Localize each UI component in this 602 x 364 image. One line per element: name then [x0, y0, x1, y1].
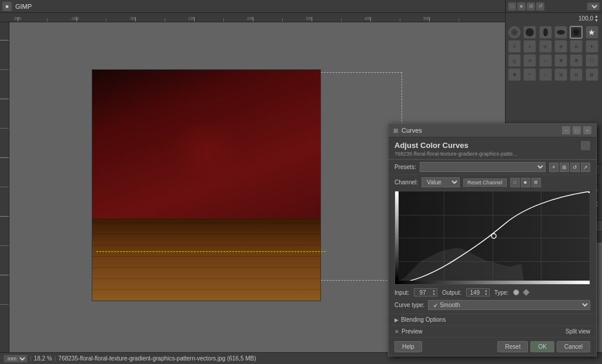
ruler-left: [0, 22, 9, 352]
zoom-display: 18,2 %: [34, 355, 52, 362]
type-dot-filled[interactable]: [513, 289, 519, 295]
curves-footer: Help Reset OK Cancel: [389, 337, 596, 356]
svg-point-1: [491, 234, 496, 238]
brush-tool-1[interactable]: □: [508, 2, 516, 11]
brush-item[interactable]: ⬡: [586, 54, 598, 67]
curves-header: Adjust Color Curves 768235-floral-floral…: [389, 137, 596, 160]
brush-item[interactable]: ⟐: [539, 54, 552, 67]
brush-item[interactable]: ⊕: [554, 40, 567, 53]
brush-item[interactable]: ⊞: [554, 68, 567, 81]
brush-tool-2[interactable]: ■: [517, 2, 526, 11]
input-down-arrow[interactable]: ▼: [432, 292, 436, 296]
curve-type-select[interactable]: ↙ Smooth: [428, 300, 590, 310]
curves-channel-row: Channel: Value Reset Channel □ ■ ⊞: [389, 175, 596, 190]
brush-tool-3[interactable]: ⊞: [527, 2, 535, 11]
input-field[interactable]: [414, 289, 431, 296]
preset-save-btn[interactable]: ↗: [581, 163, 590, 172]
curve-type-label: Curve type:: [394, 302, 424, 308]
ch-btn-3[interactable]: ⊞: [531, 178, 541, 187]
type-label: Type:: [494, 289, 509, 296]
reset-button[interactable]: Reset: [497, 341, 528, 352]
svg-point-2: [588, 191, 590, 193]
preset-del-btn[interactable]: ↺: [570, 163, 580, 172]
blend-options-label[interactable]: Blending Options: [401, 316, 446, 323]
output-label: Output:: [442, 289, 461, 296]
presets-select[interactable]: [420, 162, 546, 172]
help-button[interactable]: Help: [394, 341, 422, 352]
main-canvas: [92, 69, 321, 301]
output-field[interactable]: [467, 289, 483, 296]
brush-grid: ★ ⠿ ≡ ⊛ ⊕ ⊗ ✦ ||| ≋ ⟐ ❋ ✤ ⬡ ✺ ⟣ ⟤ ⊞ ⊟ ⊠: [506, 23, 602, 83]
curves-main-title: Adjust Color Curves: [394, 141, 517, 150]
channel-select[interactable]: Value: [422, 177, 460, 187]
curves-subtitle: 768235-floral-floral-texture-gradient-gr…: [394, 151, 517, 157]
curves-window-buttons: − □ ×: [562, 126, 591, 134]
size-display: 100,0 ▲ ▼: [505, 13, 602, 23]
brush-item[interactable]: ✤: [570, 54, 583, 67]
curves-io-row: Input: ▲ ▼ Output: ▲ ▼ Type:: [389, 286, 596, 299]
brush-item[interactable]: ≡: [523, 40, 536, 53]
curves-close-btn[interactable]: ×: [583, 126, 591, 134]
curves-dialog: ⊠ Curves − □ × Adjust Color Curves 76823…: [388, 123, 597, 356]
brush-item[interactable]: [523, 26, 536, 39]
curves-graph[interactable]: [394, 191, 590, 285]
curves-title: Curves: [402, 127, 422, 134]
input-spinbox[interactable]: ▲ ▼: [414, 288, 437, 296]
ok-button[interactable]: OK: [530, 341, 554, 352]
curves-minimize-btn[interactable]: −: [562, 126, 570, 134]
sep2: |: [55, 355, 56, 362]
presets-label: Presets:: [394, 164, 416, 170]
split-view-label[interactable]: Split view: [566, 328, 590, 335]
preview-label[interactable]: Preview: [402, 328, 423, 335]
curves-titlebar: ⊠ Curves − □ ×: [389, 124, 596, 137]
input-label: Input:: [394, 289, 409, 296]
brush-item[interactable]: ❋: [554, 54, 567, 67]
unit-select[interactable]: mm: [4, 355, 28, 363]
channel-label: Channel:: [394, 179, 418, 186]
brush-dropdown[interactable]: [587, 2, 600, 11]
brush-item[interactable]: ⊠: [586, 68, 598, 81]
preset-dup-btn[interactable]: ⊞: [560, 163, 569, 172]
size-down-arrow[interactable]: ▼: [594, 18, 598, 22]
brush-tool-4[interactable]: ↺: [536, 2, 544, 11]
brush-item[interactable]: [554, 26, 567, 39]
curves-gradient-bar-left: [395, 191, 399, 281]
curve-svg: [395, 191, 590, 284]
brush-item[interactable]: ⊟: [570, 68, 583, 81]
curves-collapse-btn[interactable]: □: [573, 126, 581, 134]
brush-item[interactable]: [570, 26, 583, 39]
brush-item[interactable]: ⟤: [539, 68, 552, 81]
ch-btn-2[interactable]: ■: [521, 178, 530, 187]
output-spinbox[interactable]: ▲ ▼: [466, 288, 490, 296]
output-down-arrow[interactable]: ▼: [484, 292, 488, 296]
floor-overlay: [92, 218, 320, 301]
brush-item[interactable]: |||: [508, 54, 521, 67]
curves-icon: ⊠: [393, 127, 398, 134]
blend-arrow-icon[interactable]: ▶: [394, 317, 399, 323]
ch-btn-1[interactable]: □: [510, 178, 520, 187]
channel-extra-buttons: □ ■ ⊞: [510, 178, 541, 187]
app-icon: ■: [2, 2, 12, 11]
type-diamond[interactable]: [523, 289, 530, 295]
curves-blend-row: ▶ Blending Options: [389, 314, 596, 325]
preset-add-btn[interactable]: +: [549, 163, 558, 172]
curves-gradient-bar-bottom: [395, 281, 590, 284]
size-up-arrow[interactable]: ▲: [594, 14, 598, 18]
brush-item[interactable]: ⊛: [539, 40, 552, 53]
brush-item[interactable]: ★: [586, 26, 598, 39]
brush-item[interactable]: ⊗: [570, 40, 583, 53]
filename-display: 768235-floral-floral-texture-gradient-gr…: [58, 355, 256, 362]
brush-item[interactable]: ⠿: [508, 40, 521, 53]
cancel-button[interactable]: Cancel: [557, 341, 590, 352]
preset-action-buttons: + ⊞ ↺ ↗: [549, 163, 590, 172]
footer-action-buttons: Reset OK Cancel: [497, 341, 590, 352]
brush-item[interactable]: ⟣: [523, 68, 536, 81]
reset-channel-btn[interactable]: Reset Channel: [463, 178, 507, 187]
brush-item[interactable]: [539, 26, 552, 39]
brush-item[interactable]: ✦: [586, 40, 598, 53]
brush-item[interactable]: [508, 26, 521, 39]
preview-x-btn[interactable]: ✕: [394, 329, 399, 335]
brush-item[interactable]: ≋: [523, 54, 536, 67]
curves-curvetype-row: Curve type: ↙ Smooth: [389, 299, 596, 314]
brush-item[interactable]: ✺: [508, 68, 521, 81]
